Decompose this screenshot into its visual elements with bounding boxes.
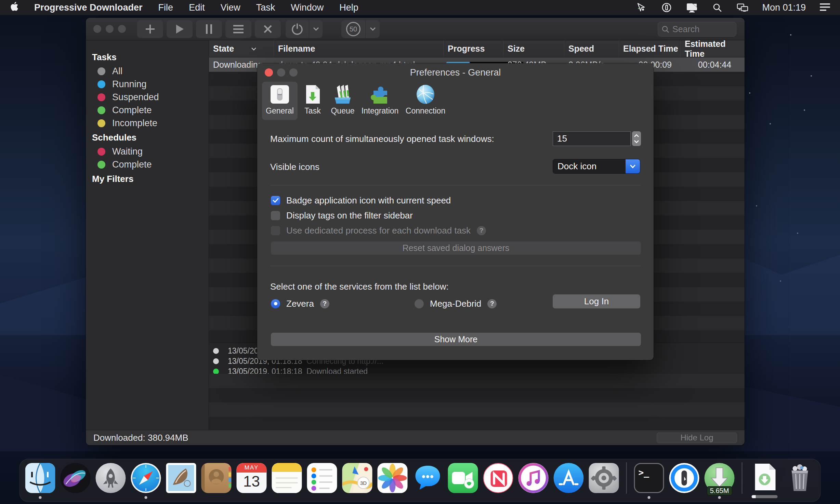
apple-menu-icon[interactable] xyxy=(10,1,18,14)
dock-reminders[interactable] xyxy=(307,461,337,500)
column-header-estimated-time[interactable]: Estimated Time xyxy=(681,40,745,57)
menu-help[interactable]: Help xyxy=(339,2,358,13)
pause-task-button[interactable] xyxy=(196,20,222,38)
visible-icons-dropdown[interactable]: Dock icon xyxy=(553,159,640,174)
dock-siri[interactable] xyxy=(61,461,91,500)
dock-progressive-downloader[interactable]: 5.65M xyxy=(705,461,735,500)
tab-connection[interactable]: Connection xyxy=(404,82,447,120)
cancel-task-button[interactable] xyxy=(255,20,281,38)
dock-itunes[interactable] xyxy=(519,461,549,500)
log-in-button[interactable]: Log In xyxy=(553,294,640,308)
speed-limit-chevron[interactable] xyxy=(365,20,380,38)
checkbox-dedicated-process: Use dedicated process for each download … xyxy=(271,225,486,236)
red-dot-icon xyxy=(97,93,105,101)
dock-notes[interactable] xyxy=(272,461,302,500)
hide-log-button[interactable]: Hide Log xyxy=(657,433,737,443)
search-input[interactable] xyxy=(672,24,731,34)
sidebar-item-incomplete[interactable]: Incomplete xyxy=(86,117,209,130)
tab-integration[interactable]: Integration xyxy=(360,82,400,120)
minimize-window-button[interactable] xyxy=(106,25,114,33)
radio-zevera[interactable]: Zevera ? xyxy=(271,299,329,309)
column-header-elapsed-time[interactable]: Elapsed Time xyxy=(619,40,681,57)
services-label: Select one of the services from the list… xyxy=(270,281,449,292)
dock-1password[interactable] xyxy=(669,461,699,500)
stepper-down-icon xyxy=(634,140,639,143)
column-header-progress[interactable]: Progress xyxy=(444,40,503,57)
dock-messages[interactable] xyxy=(413,461,443,500)
dock-finder[interactable] xyxy=(25,461,55,500)
column-header-filename[interactable]: Filename xyxy=(274,40,444,57)
sidebar-item-schedule-complete[interactable]: Complete xyxy=(86,158,209,171)
tab-queue[interactable]: Queue xyxy=(328,82,358,120)
tab-general[interactable]: General xyxy=(262,82,298,120)
radio-mega-debrid[interactable]: Mega-Debrid ? xyxy=(415,299,497,309)
sidebar-item-all[interactable]: All xyxy=(86,65,209,78)
menu-task[interactable]: Task xyxy=(256,2,275,13)
dock-download-file[interactable] xyxy=(750,461,780,500)
dock-terminal[interactable]: >_ xyxy=(634,461,664,500)
dock-photos[interactable] xyxy=(378,461,408,500)
column-header-state[interactable]: State xyxy=(209,40,274,57)
close-window-button[interactable] xyxy=(93,25,101,33)
sidebar-item-waiting[interactable]: Waiting xyxy=(86,145,209,158)
search-field[interactable] xyxy=(658,22,736,37)
sidebar-section-my-filters: My Filters xyxy=(86,171,209,186)
menu-view[interactable]: View xyxy=(221,2,240,13)
show-more-button[interactable]: Show More xyxy=(271,333,641,346)
dock-safari[interactable] xyxy=(131,461,161,500)
sidebar-section-schedules: Schedules xyxy=(86,130,209,145)
max-count-stepper[interactable] xyxy=(632,131,641,146)
dock-facetime[interactable] xyxy=(448,461,478,500)
radio-unselected-icon[interactable] xyxy=(415,299,424,308)
shutdown-options-chevron[interactable] xyxy=(309,20,323,38)
menu-window[interactable]: Window xyxy=(291,2,324,13)
spotlight-search-icon[interactable] xyxy=(711,2,723,13)
dropdown-chevron-icon xyxy=(626,159,640,173)
dock-trash[interactable] xyxy=(785,461,815,500)
airplay-display-icon[interactable] xyxy=(686,2,698,13)
task-list-button[interactable] xyxy=(225,20,251,38)
keyhole-status-icon[interactable] xyxy=(661,2,672,13)
dock-system-preferences[interactable] xyxy=(589,461,619,500)
dock-calendar[interactable]: MAY 13 xyxy=(237,461,267,500)
shutdown-action-button[interactable] xyxy=(286,20,323,38)
displays-status-icon[interactable] xyxy=(737,2,748,13)
dock-contacts[interactable] xyxy=(201,461,232,500)
radio-selected-icon[interactable] xyxy=(271,299,280,308)
column-header-size[interactable]: Size xyxy=(503,40,564,57)
column-header-speed[interactable]: Speed xyxy=(564,40,619,57)
help-icon[interactable]: ? xyxy=(320,299,329,308)
sidebar-item-suspended[interactable]: Suspended xyxy=(86,91,209,104)
dock-mail[interactable] xyxy=(166,461,196,500)
sidebar-item-running[interactable]: Running xyxy=(86,78,209,91)
log-status-dot xyxy=(213,358,219,364)
menu-edit[interactable]: Edit xyxy=(189,2,205,13)
dock-news[interactable] xyxy=(483,461,513,500)
dock-app-store[interactable] xyxy=(554,461,584,500)
running-indicator xyxy=(39,496,42,499)
sidebar-item-complete[interactable]: Complete xyxy=(86,104,209,117)
cursor-status-icon[interactable] xyxy=(635,2,647,13)
log-empty-rows xyxy=(209,374,745,430)
add-task-button[interactable] xyxy=(137,20,163,38)
start-task-button[interactable] xyxy=(167,20,193,38)
dock-launchpad[interactable] xyxy=(96,461,126,500)
menu-app-name[interactable]: Progressive Downloader xyxy=(34,2,143,13)
checkbox-checked-icon[interactable] xyxy=(271,196,280,205)
dock-maps[interactable]: 3D xyxy=(342,461,372,500)
tab-task[interactable]: Task xyxy=(299,82,326,120)
checkbox-display-tags[interactable]: Display tags on the filter sidebar xyxy=(271,210,413,221)
row-estimated-time: 00:04:44 xyxy=(681,60,745,70)
help-icon[interactable]: ? xyxy=(477,226,486,235)
checkbox-badge-speed[interactable]: Badge application icon with current spee… xyxy=(271,195,451,205)
menu-file[interactable]: File xyxy=(158,2,173,13)
max-count-input[interactable]: 15 xyxy=(553,131,631,146)
running-indicator xyxy=(145,496,147,499)
help-icon[interactable]: ? xyxy=(487,299,497,308)
menu-clock[interactable]: Mon 01:19 xyxy=(762,2,806,13)
zoom-window-button[interactable] xyxy=(118,25,126,33)
checkbox-unchecked-icon[interactable] xyxy=(271,211,280,220)
maps-3d-label: 3D xyxy=(360,480,367,486)
notification-center-icon[interactable] xyxy=(819,2,831,13)
speed-limit-button[interactable]: 50 xyxy=(341,20,380,38)
